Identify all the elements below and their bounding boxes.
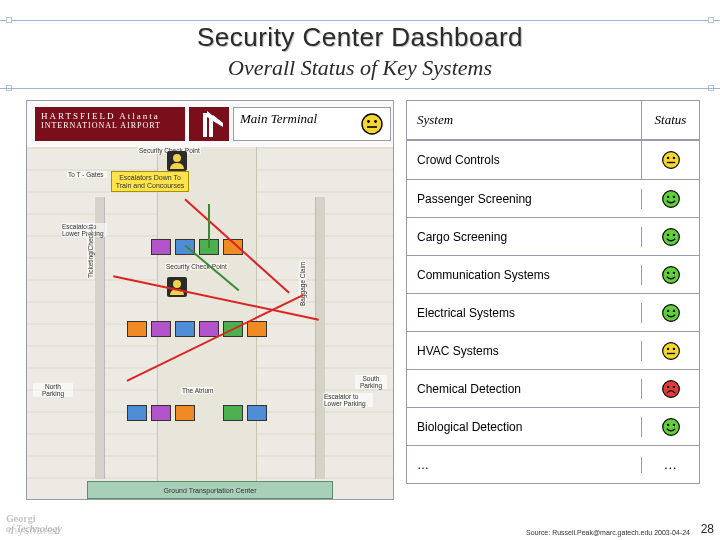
svg-rect-0 (203, 113, 207, 137)
status-system-name: Communication Systems (407, 264, 641, 286)
map-label-ground-transport: Ground Transportation Center (87, 481, 333, 499)
svg-point-4 (362, 114, 382, 134)
status-ok-icon (661, 227, 681, 247)
status-system-name: Electrical Systems (407, 302, 641, 324)
svg-point-25 (666, 347, 668, 349)
status-bad-icon (661, 379, 681, 399)
svg-point-29 (666, 385, 668, 387)
status-ok-icon (661, 265, 681, 285)
map-shop-icon (127, 405, 147, 421)
status-row: Crowd Controls (406, 140, 700, 180)
status-header-status: Status (641, 101, 699, 139)
svg-point-9 (666, 157, 668, 159)
status-cell (641, 379, 699, 399)
status-row: Communication Systems (406, 256, 700, 294)
status-neutral-icon (661, 150, 681, 170)
map-shop-icon (247, 321, 267, 337)
svg-marker-3 (213, 115, 223, 127)
svg-point-33 (672, 423, 674, 425)
status-system-name: … (407, 454, 641, 476)
status-row: Passenger Screening (406, 180, 700, 218)
map-header-title: Main Terminal (240, 112, 317, 126)
system-status-table: System Status Crowd ControlsPassenger Sc… (406, 100, 700, 520)
svg-point-16 (666, 233, 668, 235)
status-row: Biological Detection (406, 408, 700, 446)
status-system-name: Cargo Screening (407, 226, 641, 248)
svg-point-18 (662, 266, 679, 283)
map-label-escalator-left: Escalator to Lower Parking (61, 223, 107, 237)
status-ok-icon (661, 303, 681, 323)
map-shop-icon (151, 239, 171, 255)
airport-brand: HARTSFIELD Atlanta INTERNATIONAL AIRPORT (35, 107, 185, 141)
status-system-name: Passenger Screening (407, 188, 641, 210)
map-label-atrium: The Atrium (181, 387, 214, 394)
watermark: myshared (8, 524, 60, 536)
terminal-map: HARTSFIELD Atlanta INTERNATIONAL AIRPORT… (26, 100, 394, 500)
map-shop-icon (199, 321, 219, 337)
svg-point-21 (662, 304, 679, 321)
map-label-ticketing: Ticketing/Check-In (87, 223, 94, 279)
page-subtitle: Overall Status of Key Systems (0, 55, 720, 81)
status-header-system: System (407, 108, 641, 132)
status-cell (641, 303, 699, 323)
map-shop-icon (175, 321, 195, 337)
svg-point-17 (672, 233, 674, 235)
svg-point-30 (672, 385, 674, 387)
svg-point-8 (662, 152, 679, 169)
map-label-baggage: Baggage Claim (299, 261, 306, 307)
map-label-security: Security Check-Point (165, 263, 228, 270)
svg-point-23 (672, 309, 674, 311)
svg-point-28 (662, 380, 679, 397)
map-shop-icon (247, 405, 267, 421)
page-title: Security Center Dashboard (0, 22, 720, 53)
svg-point-14 (672, 195, 674, 197)
status-neutral-icon (360, 112, 384, 136)
status-row: Electrical Systems (406, 294, 700, 332)
map-body: Security Check-Point To T - Gates Escala… (27, 147, 393, 499)
map-label-escalator-right: Escalator to Lower Parking (323, 393, 373, 407)
status-system-name: Biological Detection (407, 416, 641, 438)
brand-line2: INTERNATIONAL AIRPORT (41, 122, 179, 131)
svg-point-32 (666, 423, 668, 425)
status-neutral-icon (661, 341, 681, 361)
status-header-row: System Status (406, 100, 700, 140)
svg-point-12 (662, 190, 679, 207)
title-block: Security Center Dashboard Overall Status… (0, 0, 720, 81)
map-shop-icon (223, 405, 243, 421)
svg-point-26 (672, 347, 674, 349)
officer-icon (167, 151, 187, 171)
status-row: …… (406, 446, 700, 484)
svg-point-6 (374, 120, 377, 123)
ok-line-icon (208, 204, 210, 248)
svg-point-31 (662, 418, 679, 435)
status-ok-icon (661, 189, 681, 209)
status-cell (641, 341, 699, 361)
status-cell (641, 417, 699, 437)
status-system-name: Crowd Controls (407, 149, 641, 171)
page-number: 28 (701, 522, 714, 536)
status-cell (641, 141, 699, 179)
map-shop-icon (151, 321, 171, 337)
status-cell: … (641, 457, 699, 473)
svg-point-15 (662, 228, 679, 245)
status-row: HVAC Systems (406, 332, 700, 370)
airport-logo-icon (189, 107, 229, 141)
map-label-north-parking: North Parking (33, 383, 73, 397)
status-system-name: Chemical Detection (407, 378, 641, 400)
map-label-south-parking: South Parking (355, 375, 387, 389)
escalator-notice: Escalators Down To Train and Concourses (111, 171, 189, 192)
svg-point-5 (367, 120, 370, 123)
map-header: Main Terminal (233, 107, 391, 141)
map-label-gates: To T - Gates (67, 171, 107, 178)
svg-point-20 (672, 271, 674, 273)
status-row: Chemical Detection (406, 370, 700, 408)
status-cell (641, 227, 699, 247)
map-shop-icon (127, 321, 147, 337)
svg-point-24 (662, 342, 679, 359)
status-system-name: HVAC Systems (407, 340, 641, 362)
footer-source: Source: Russell.Peak@marc.gatech.edu 200… (526, 529, 690, 536)
status-ok-icon (661, 417, 681, 437)
status-row: Cargo Screening (406, 218, 700, 256)
map-shop-icon (175, 405, 195, 421)
svg-point-10 (672, 157, 674, 159)
